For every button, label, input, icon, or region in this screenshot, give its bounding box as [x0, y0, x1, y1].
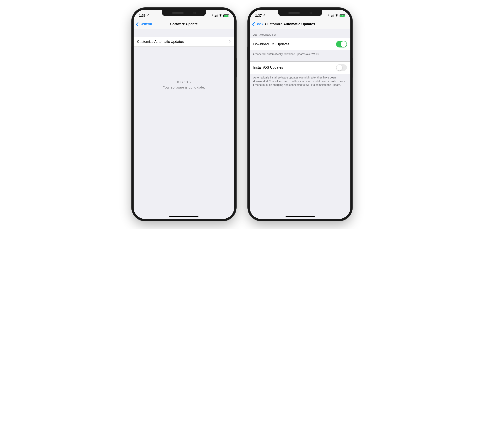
- install-ios-updates-row: Install iOS Updates: [250, 61, 351, 74]
- install-updates-toggle[interactable]: [336, 64, 347, 71]
- battery-icon: [340, 14, 345, 17]
- front-camera: [310, 12, 312, 14]
- customize-automatic-updates-row[interactable]: Customize Automatic Updates: [133, 37, 234, 47]
- screen: 1:36: [133, 10, 234, 219]
- cell-label: Install iOS Updates: [253, 65, 283, 70]
- ios-version: iOS 13.6: [133, 80, 234, 85]
- section-header-automatically: Automatically:: [250, 29, 351, 38]
- cell-label: Customize Automatic Updates: [137, 40, 184, 44]
- download-footer-text: iPhone will automatically download updat…: [250, 50, 351, 58]
- cellular-signal-icon: [331, 15, 334, 17]
- chevron-left-icon: [136, 22, 139, 26]
- speaker-grille: [172, 12, 184, 14]
- chevron-right-icon: [229, 40, 231, 44]
- page-title: Customize Automatic Updates: [265, 22, 348, 26]
- back-button[interactable]: General: [136, 22, 152, 26]
- notch: [162, 10, 206, 16]
- location-icon: [146, 14, 149, 18]
- download-updates-toggle[interactable]: [336, 41, 347, 48]
- signal-dot-icon: [212, 15, 213, 16]
- screen: 1:37: [250, 10, 351, 219]
- home-indicator[interactable]: [169, 216, 198, 217]
- content-area: Automatically: Download iOS Updates iPho…: [250, 29, 351, 89]
- chevron-left-icon: [252, 22, 255, 26]
- charging-bolt-icon: [342, 14, 343, 18]
- wifi-icon: [335, 14, 338, 18]
- download-ios-updates-row: Download iOS Updates: [250, 38, 351, 50]
- speaker-grille: [288, 12, 300, 14]
- phone-left: 1:36: [132, 8, 236, 221]
- page-title: Software Update: [170, 22, 198, 26]
- notch: [278, 10, 322, 16]
- navigation-bar: General Software Update: [133, 19, 234, 29]
- status-time: 1:36: [139, 14, 146, 18]
- battery-icon: [223, 14, 229, 17]
- content-area: Customize Automatic Updates iOS 13.6 You…: [133, 29, 234, 90]
- charging-bolt-icon: [225, 14, 227, 18]
- back-button[interactable]: Back: [252, 22, 263, 26]
- signal-dot-icon: [328, 15, 329, 16]
- back-label: General: [139, 22, 152, 26]
- update-status-message: iOS 13.6 Your software is up to date.: [133, 80, 234, 90]
- navigation-bar: Back Customize Automatic Updates: [250, 19, 351, 29]
- status-time: 1:37: [255, 14, 262, 18]
- front-camera: [193, 12, 196, 14]
- back-label: Back: [256, 22, 263, 26]
- phone-right: 1:37: [248, 8, 352, 221]
- install-footer-text: Automatically install software updates o…: [250, 74, 351, 89]
- cellular-signal-icon: [215, 15, 218, 17]
- wifi-icon: [219, 14, 222, 18]
- home-indicator[interactable]: [286, 216, 315, 217]
- up-to-date-text: Your software is up to date.: [133, 85, 234, 90]
- cell-label: Download iOS Updates: [253, 42, 289, 46]
- location-icon: [263, 14, 265, 18]
